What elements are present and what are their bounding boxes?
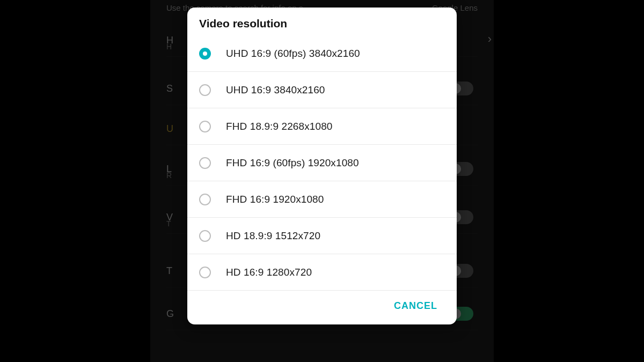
- radio-icon: [199, 84, 211, 96]
- backdrop-row-sub: T: [166, 219, 171, 228]
- resolution-option-5[interactable]: HD 18.9:9 1512x720: [187, 218, 457, 254]
- stage: Use the camera to search for info on a G…: [0, 0, 644, 362]
- resolution-option-3[interactable]: FHD 16:9 (60fps) 1920x1080: [187, 145, 457, 181]
- radio-icon: [199, 194, 211, 205]
- option-label: UHD 16:9 (60fps) 3840x2160: [226, 48, 360, 60]
- resolution-option-0[interactable]: UHD 16:9 (60fps) 3840x2160: [187, 35, 457, 72]
- resolution-option-1[interactable]: UHD 16:9 3840x2160: [187, 72, 457, 108]
- radio-icon: [199, 157, 211, 169]
- backdrop-row-label: S: [166, 83, 173, 94]
- video-resolution-dialog: Video resolution UHD 16:9 (60fps) 3840x2…: [187, 8, 457, 324]
- backdrop-row-label: T: [166, 265, 172, 277]
- option-label: FHD 18.9:9 2268x1080: [226, 121, 332, 132]
- radio-icon: [199, 267, 211, 278]
- resolution-option-2[interactable]: FHD 18.9:9 2268x1080: [187, 108, 457, 145]
- backdrop-row-sub: R: [166, 171, 172, 180]
- radio-icon: [199, 121, 211, 132]
- option-label: UHD 16:9 3840x2160: [226, 84, 325, 96]
- dialog-title: Video resolution: [187, 8, 457, 35]
- option-label: HD 16:9 1280x720: [226, 267, 312, 278]
- chevron-right-icon: ›: [488, 32, 492, 46]
- backdrop-row-label: U: [166, 123, 173, 135]
- dialog-actions: CANCEL: [187, 291, 457, 322]
- backdrop-row-label: G: [166, 308, 174, 320]
- option-label: FHD 16:9 (60fps) 1920x1080: [226, 157, 359, 169]
- cancel-button[interactable]: CANCEL: [390, 297, 442, 315]
- option-label: FHD 16:9 1920x1080: [226, 194, 324, 205]
- radio-icon: [199, 48, 211, 60]
- option-label: HD 18.9:9 1512x720: [226, 230, 320, 242]
- backdrop-row-sub: H: [166, 42, 172, 51]
- radio-icon: [199, 230, 211, 242]
- resolution-option-4[interactable]: FHD 16:9 1920x1080: [187, 181, 457, 218]
- phone-background: Use the camera to search for info on a G…: [150, 0, 494, 362]
- resolution-option-6[interactable]: HD 16:9 1280x720: [187, 254, 457, 291]
